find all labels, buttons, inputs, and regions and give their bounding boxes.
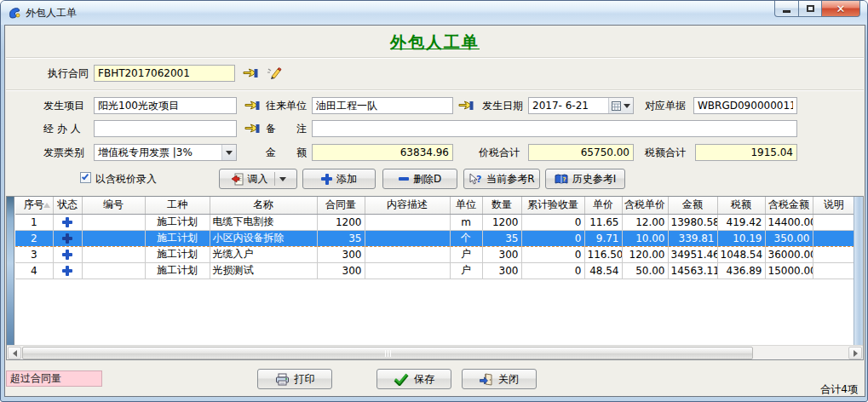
- cell-code[interactable]: [82, 214, 145, 230]
- vertical-scrollbar[interactable]: [854, 197, 863, 345]
- cell-qty[interactable]: 1200: [482, 214, 521, 230]
- project-input[interactable]: [94, 97, 237, 114]
- close-form-button[interactable]: 关闭: [462, 369, 537, 389]
- table-row[interactable]: 1施工计划电缆下电割接1200m1200011.6512.0013980.584…: [15, 214, 855, 230]
- cell-amount[interactable]: 34951.46: [668, 246, 717, 262]
- cell-accept_qty[interactable]: 0: [521, 214, 584, 230]
- cell-note[interactable]: [813, 214, 855, 230]
- remark-input[interactable]: [312, 120, 797, 137]
- save-button[interactable]: 保存: [377, 369, 451, 389]
- project-picker-button[interactable]: [243, 97, 262, 114]
- close-button[interactable]: ✕: [822, 1, 860, 17]
- invoice-type-select[interactable]: 增值税专用发票 |3%: [94, 144, 237, 161]
- cell-amount_inc_tax[interactable]: 15000.00: [765, 262, 813, 279]
- contract-picker-button[interactable]: [241, 65, 260, 82]
- cell-price[interactable]: 9.71: [584, 230, 622, 246]
- amount-input[interactable]: [312, 144, 453, 161]
- tax-checkbox[interactable]: [80, 172, 91, 183]
- cell-tax[interactable]: 10.19: [717, 230, 765, 246]
- load-button[interactable]: 调入: [219, 169, 297, 189]
- cell-unit[interactable]: 户: [450, 262, 482, 279]
- table-row[interactable]: 2施工计划小区内设备拆除35个3509.7110.00339.8110.1935…: [15, 230, 855, 246]
- cell-seq[interactable]: 1: [15, 214, 53, 230]
- cell-amount[interactable]: 13980.58: [668, 214, 717, 230]
- cell-accept_qty[interactable]: 0: [521, 262, 584, 279]
- column-header-qty[interactable]: 数量: [482, 197, 521, 214]
- cell-code[interactable]: [82, 230, 145, 246]
- cell-accept_qty[interactable]: 0: [521, 246, 584, 262]
- horizontal-scrollbar[interactable]: [7, 345, 863, 359]
- cell-status[interactable]: [53, 262, 82, 279]
- handler-picker-button[interactable]: [243, 120, 262, 137]
- cell-unit[interactable]: m: [450, 214, 482, 230]
- partner-picker-button[interactable]: [457, 97, 475, 114]
- cell-job[interactable]: 施工计划: [145, 230, 210, 246]
- cell-amount[interactable]: 14563.11: [668, 262, 717, 279]
- cell-price_inc_tax[interactable]: 50.00: [622, 262, 668, 279]
- cell-status[interactable]: [53, 214, 82, 230]
- cell-desc[interactable]: [365, 214, 450, 230]
- cell-price[interactable]: 116.50: [584, 246, 622, 262]
- cell-unit[interactable]: 个: [450, 230, 482, 246]
- cell-job[interactable]: 施工计划: [145, 246, 210, 262]
- add-button[interactable]: 添加: [302, 169, 376, 189]
- column-header-seq[interactable]: 序号: [15, 197, 53, 214]
- column-header-tax[interactable]: 税额: [717, 197, 765, 214]
- cell-tax[interactable]: 1048.54: [717, 246, 765, 262]
- cell-desc[interactable]: [365, 230, 450, 246]
- column-header-contract_qty[interactable]: 合同量: [317, 197, 365, 214]
- column-header-unit[interactable]: 单位: [450, 197, 482, 214]
- cell-desc[interactable]: [365, 246, 450, 262]
- handler-input[interactable]: [94, 120, 237, 137]
- cell-status[interactable]: [53, 246, 82, 262]
- scroll-left-arrow[interactable]: [8, 347, 21, 359]
- cell-status[interactable]: [53, 230, 82, 246]
- cell-contract_qty[interactable]: 35: [317, 230, 365, 246]
- column-header-name[interactable]: 名称: [210, 197, 317, 214]
- column-header-amount_inc_tax[interactable]: 含税金额: [765, 197, 813, 214]
- table-row[interactable]: 4施工计划光损测试300户300048.5450.0014563.11436.8…: [15, 262, 855, 279]
- cell-name[interactable]: 小区内设备拆除: [210, 230, 317, 246]
- cell-name[interactable]: 光缆入户: [210, 246, 317, 262]
- contract-input[interactable]: [94, 65, 235, 82]
- title-bar[interactable]: 外包人工单 ✕: [1, 1, 867, 25]
- cell-desc[interactable]: [365, 262, 450, 279]
- cell-qty[interactable]: 300: [482, 262, 521, 279]
- column-header-note[interactable]: 说明: [813, 197, 855, 214]
- cell-contract_qty[interactable]: 1200: [317, 214, 365, 230]
- cell-tax[interactable]: 419.42: [717, 214, 765, 230]
- cell-amount_inc_tax[interactable]: 14400.00: [765, 214, 813, 230]
- cell-price[interactable]: 11.65: [584, 214, 622, 230]
- column-header-amount[interactable]: 金额: [668, 197, 717, 214]
- history-reference-button[interactable]: ? 历史参考I: [545, 169, 625, 189]
- calendar-button[interactable]: [608, 98, 633, 113]
- tax-checkbox-label[interactable]: 以含税价录入: [95, 170, 157, 187]
- cell-name[interactable]: 电缆下电割接: [210, 214, 317, 230]
- total-inc-tax-input[interactable]: [528, 144, 634, 161]
- cell-code[interactable]: [82, 246, 145, 262]
- column-header-accept_qty[interactable]: 累计验收量: [521, 197, 584, 214]
- cell-qty[interactable]: 35: [482, 230, 521, 246]
- date-input[interactable]: 2017- 6-21: [528, 97, 634, 114]
- cell-job[interactable]: 施工计划: [145, 214, 210, 230]
- cell-accept_qty[interactable]: 0: [521, 230, 584, 246]
- cell-amount_inc_tax[interactable]: 350.00: [765, 230, 813, 246]
- cell-price_inc_tax[interactable]: 120.00: [622, 246, 668, 262]
- partner-input[interactable]: [312, 97, 453, 114]
- tax-total-input[interactable]: [695, 144, 797, 161]
- cell-amount[interactable]: 339.81: [668, 230, 717, 246]
- cell-tax[interactable]: 436.89: [717, 262, 765, 279]
- cell-unit[interactable]: 户: [450, 246, 482, 262]
- column-header-job[interactable]: 工种: [145, 197, 210, 214]
- scrollbar-thumb[interactable]: [22, 347, 753, 359]
- cell-price_inc_tax[interactable]: 12.00: [622, 214, 668, 230]
- cell-note[interactable]: [813, 262, 855, 279]
- doc-input[interactable]: [693, 97, 797, 114]
- cell-name[interactable]: 光损测试: [210, 262, 317, 279]
- cell-note[interactable]: [813, 230, 855, 246]
- cell-qty[interactable]: 300: [482, 246, 521, 262]
- cell-price[interactable]: 48.54: [584, 262, 622, 279]
- cell-note[interactable]: [813, 246, 855, 262]
- column-header-status[interactable]: 状态: [53, 197, 82, 214]
- cell-amount_inc_tax[interactable]: 36000.00: [765, 246, 813, 262]
